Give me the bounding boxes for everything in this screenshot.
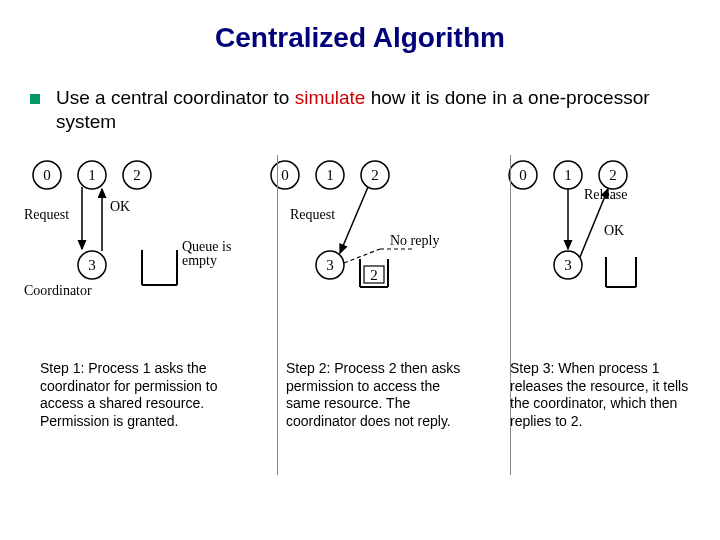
- node-0: 0: [281, 167, 289, 183]
- node-3: 3: [564, 257, 572, 273]
- node-1: 1: [564, 167, 572, 183]
- diagram-step3: 0 1 2 3 Release OK: [498, 155, 698, 315]
- diagram-step2: 0 1 2 3 Request No reply 2: [260, 155, 485, 315]
- label-no-reply: No reply: [390, 233, 439, 248]
- node-3: 3: [88, 257, 96, 273]
- label-release: Release: [584, 187, 628, 202]
- caption-step3: Step 3: When process 1 releases the reso…: [510, 360, 698, 430]
- svg-line-13: [340, 187, 368, 253]
- node-2: 2: [371, 167, 379, 183]
- label-queue-empty: Queue is empty: [182, 239, 235, 268]
- node-2: 2: [133, 167, 141, 183]
- label-ok: OK: [604, 223, 624, 238]
- label-coordinator: Coordinator: [24, 283, 92, 298]
- caption-row: Step 1: Process 1 asks the coordinator f…: [22, 360, 698, 430]
- label-request: Request: [290, 207, 335, 222]
- node-1: 1: [88, 167, 96, 183]
- diagram-step1: 0 1 2 3 Request OK Coordinator Queue is …: [22, 155, 247, 315]
- caption-step2: Step 2: Process 2 then asks permission t…: [286, 360, 464, 430]
- node-3: 3: [326, 257, 334, 273]
- node-0: 0: [519, 167, 527, 183]
- bullet-icon: [30, 94, 40, 104]
- label-ok: OK: [110, 199, 130, 214]
- page-title: Centralized Algorithm: [0, 0, 720, 54]
- bullet-text-pre: Use a central coordinator to: [56, 87, 295, 108]
- node-2: 2: [609, 167, 617, 183]
- caption-step1: Step 1: Process 1 asks the coordinator f…: [40, 360, 240, 430]
- label-request: Request: [24, 207, 69, 222]
- bullet-text-highlight: simulate: [295, 87, 366, 108]
- node-1: 1: [326, 167, 334, 183]
- node-0: 0: [43, 167, 51, 183]
- diagram-row: 0 1 2 3 Request OK Coordinator Queue is …: [22, 155, 698, 315]
- svg-line-14: [344, 249, 380, 263]
- queue-item-2: 2: [370, 267, 378, 283]
- bullet-text: Use a central coordinator to simulate ho…: [56, 86, 676, 134]
